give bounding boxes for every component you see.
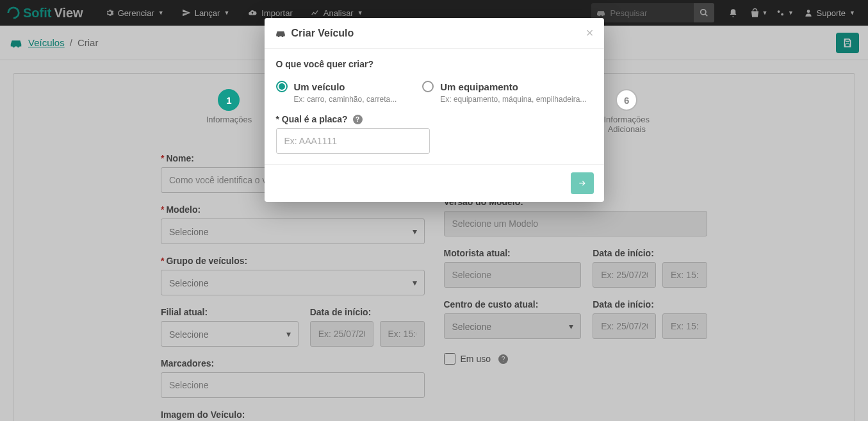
radio-icon <box>422 81 434 92</box>
step-6[interactable]: 6 Informações Adicionais <box>591 89 662 134</box>
radio-label: Um equipamento <box>440 81 518 92</box>
step-circle: 6 <box>616 89 637 111</box>
radio-opt-equipamento[interactable]: Um equipamento Ex: equipamento, máquina,… <box>422 81 586 104</box>
step-circle: 1 <box>218 89 240 111</box>
car-icon <box>275 29 286 38</box>
radio-icon <box>276 81 288 92</box>
modal-footer <box>265 164 604 202</box>
arrow-right-icon <box>577 179 587 188</box>
radio-label: Um veículo <box>294 81 345 92</box>
radio-opt-veiculo[interactable]: Um veículo Ex: carro, caminhão, carreta.… <box>276 81 397 104</box>
modal-question: O que você quer criar? <box>276 59 593 69</box>
modal-next-button[interactable] <box>571 172 594 194</box>
label-placa: * Qual é a placa? ? <box>276 114 593 124</box>
modal-body: O que você quer criar? Um veículo Ex: ca… <box>265 49 604 164</box>
input-placa[interactable] <box>276 128 430 154</box>
modal: Criar Veículo × O que você quer criar? U… <box>265 18 604 202</box>
help-icon[interactable]: ? <box>353 115 363 124</box>
modal-title: Criar Veículo <box>291 28 581 39</box>
radio-sub: Ex: equipamento, máquina, empilhadeira..… <box>440 95 586 104</box>
modal-header: Criar Veículo × <box>265 18 604 49</box>
modal-overlay[interactable]: Criar Veículo × O que você quer criar? U… <box>0 0 868 421</box>
step-label: Informações <box>206 115 252 124</box>
close-icon: × <box>586 26 594 40</box>
step-label: Informações Adicionais <box>591 115 662 134</box>
modal-close-button[interactable]: × <box>586 26 594 40</box>
radio-sub: Ex: carro, caminhão, carreta... <box>294 95 397 104</box>
step-1[interactable]: 1 Informações <box>206 89 252 134</box>
radio-row: Um veículo Ex: carro, caminhão, carreta.… <box>276 81 593 104</box>
